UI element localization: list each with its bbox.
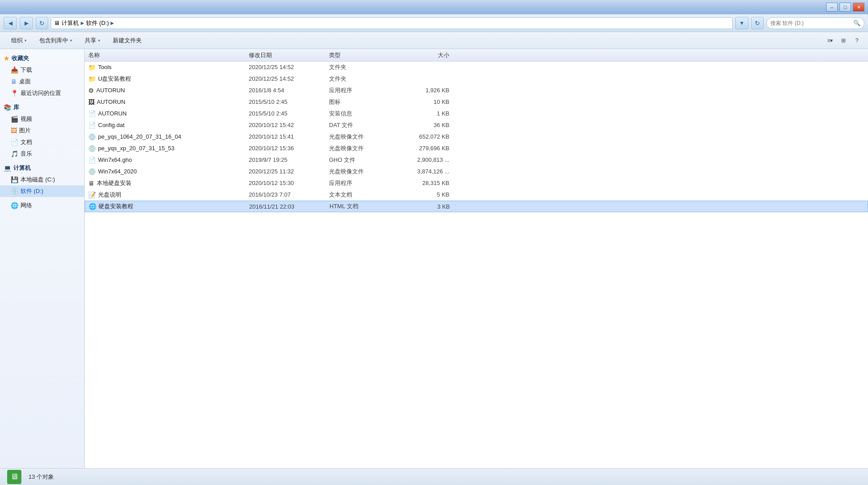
file-name-text: Config.dat <box>98 122 124 128</box>
search-bar[interactable]: 🔍 <box>766 17 864 29</box>
file-name-text: Tools <box>98 64 111 70</box>
file-name: 🌐 硬盘安装教程 <box>89 202 249 210</box>
computer-header[interactable]: 💻 计算机 <box>0 162 84 174</box>
table-row[interactable]: 📁 Tools 2020/12/25 14:52 文件夹 <box>85 62 868 73</box>
file-date: 2020/10/12 15:30 <box>249 180 329 186</box>
file-type: 安装信息 <box>329 110 396 118</box>
col-header-type[interactable]: 类型 <box>329 51 396 59</box>
view-icon-button[interactable]: ⊞ <box>838 35 849 46</box>
music-icon: 🎵 <box>11 150 18 157</box>
sidebar-item-desktop[interactable]: 🖥 桌面 <box>0 76 84 87</box>
col-header-date[interactable]: 修改日期 <box>249 51 329 59</box>
file-type-icon: 🌐 <box>89 203 96 210</box>
file-type-icon: 📄 <box>88 156 96 164</box>
file-type: 光盘映像文件 <box>329 168 396 176</box>
table-row[interactable]: 📄 Config.dat 2020/10/12 15:42 DAT 文件 36 … <box>85 119 868 131</box>
picture-icon: 🖼 <box>11 127 17 134</box>
library-header[interactable]: 📚 库 <box>0 102 84 113</box>
table-row[interactable]: 📄 Win7x64.gho 2019/9/7 19:25 GHO 文件 2,90… <box>85 154 868 166</box>
archive-button[interactable]: 包含到库中 ▾ <box>33 34 78 47</box>
file-size: 279,696 KB <box>396 145 449 152</box>
library-icon: 📚 <box>4 104 11 111</box>
file-date: 2020/12/25 14:52 <box>249 75 329 82</box>
picture-label: 图片 <box>19 127 31 135</box>
address-bar: ◀ ▶ ↻ 🖥 计算机 ▶ 软件 (D:) ▶ ▼ ↻ 🔍 <box>0 14 868 32</box>
breadcrumb-drive[interactable]: 软件 (D:) <box>86 19 109 27</box>
table-row[interactable]: 💿 Win7x64_2020 2020/12/25 11:32 光盘映像文件 3… <box>85 166 868 177</box>
table-row[interactable]: ⚙ AUTORUN 2016/1/8 4:54 应用程序 1,926 KB <box>85 85 868 96</box>
file-list[interactable]: 📁 Tools 2020/12/25 14:52 文件夹 📁 U盘安装教程 20… <box>85 62 868 468</box>
forward-button[interactable]: ▶ <box>20 17 33 29</box>
col-header-size[interactable]: 大小 <box>396 51 449 59</box>
file-type: 文本文档 <box>329 191 396 199</box>
sidebar-item-music[interactable]: 🎵 音乐 <box>0 148 84 160</box>
status-bar: 🖥 13 个对象 <box>0 468 868 485</box>
table-row[interactable]: 🌐 硬盘安装教程 2016/11/21 22:03 HTML 文档 3 KB <box>85 201 868 212</box>
file-date: 2015/5/10 2:45 <box>249 110 329 117</box>
file-type-icon: 📄 <box>88 110 96 117</box>
file-type: 应用程序 <box>329 179 396 187</box>
search-input[interactable] <box>770 20 852 26</box>
table-row[interactable]: 📄 AUTORUN 2015/5/10 2:45 安装信息 1 KB <box>85 108 868 119</box>
view-list-button[interactable]: ≡▾ <box>824 35 836 46</box>
breadcrumb-arrow-1: ▶ <box>81 21 84 25</box>
archive-arrow: ▾ <box>70 38 72 43</box>
share-label: 共享 <box>85 37 96 45</box>
organize-button[interactable]: 组织 ▾ <box>5 34 33 47</box>
file-type: 光盘映像文件 <box>329 133 396 141</box>
sidebar-item-drive-c[interactable]: 💾 本地磁盘 (C:) <box>0 174 84 185</box>
sidebar-item-download[interactable]: 📥 下载 <box>0 64 84 76</box>
status-app-icon: 🖥 <box>7 470 21 484</box>
table-row[interactable]: 💿 pe_yqs_xp_20_07_31_15_53 2020/10/12 15… <box>85 143 868 154</box>
new-folder-button[interactable]: 新建文件夹 <box>107 34 148 47</box>
refresh-button[interactable]: ↻ <box>36 17 48 29</box>
file-type-icon: 📁 <box>88 75 96 82</box>
sidebar-item-video[interactable]: 🎬 视频 <box>0 113 84 125</box>
file-type-icon: 📁 <box>88 64 96 71</box>
sidebar-item-picture[interactable]: 🖼 图片 <box>0 125 84 136</box>
file-date: 2020/10/12 15:42 <box>249 122 329 128</box>
table-row[interactable]: 🖥 本地硬盘安装 2020/10/12 15:30 应用程序 28,315 KB <box>85 177 868 189</box>
sidebar-item-network[interactable]: 🌐 网络 <box>0 200 84 211</box>
back-button[interactable]: ◀ <box>4 17 17 29</box>
breadcrumb-computer[interactable]: 计算机 <box>62 19 79 27</box>
table-row[interactable]: 🖼 AUTORUN 2015/5/10 2:45 图标 10 KB <box>85 96 868 108</box>
table-row[interactable]: 📝 光盘说明 2016/10/23 7:07 文本文档 5 KB <box>85 189 868 201</box>
maximize-button[interactable]: □ <box>839 3 851 12</box>
favorites-section: ★ 收藏夹 📥 下载 🖥 桌面 📍 最近访问的位置 <box>0 53 84 99</box>
file-size: 10 KB <box>396 99 449 105</box>
file-name-text: Win7x64.gho <box>98 156 132 163</box>
file-size: 28,315 KB <box>396 180 449 186</box>
file-name: ⚙ AUTORUN <box>88 87 249 94</box>
breadcrumb[interactable]: 🖥 计算机 ▶ 软件 (D:) ▶ <box>51 17 732 29</box>
table-row[interactable]: 📁 U盘安装教程 2020/12/25 14:52 文件夹 <box>85 73 868 85</box>
file-name: 📁 U盘安装教程 <box>88 75 249 83</box>
close-button[interactable]: ✕ <box>853 3 864 12</box>
col-header-name[interactable]: 名称 <box>88 51 249 59</box>
file-name: 📄 Config.dat <box>88 122 249 129</box>
drive-c-icon: 💾 <box>11 176 18 183</box>
sidebar-item-drive-d[interactable]: 💿 软件 (D:) <box>0 185 84 197</box>
minimize-button[interactable]: – <box>826 3 838 12</box>
document-label: 文档 <box>21 138 32 146</box>
file-type: 文件夹 <box>329 75 396 83</box>
refresh-icon[interactable]: ↻ <box>751 17 764 29</box>
network-icon: 🌐 <box>11 202 18 209</box>
video-icon: 🎬 <box>11 115 18 123</box>
search-icon: 🔍 <box>853 20 860 26</box>
file-name-text: AUTORUN <box>96 87 125 94</box>
table-row[interactable]: 💿 pe_yqs_1064_20_07_31_16_04 2020/10/12 … <box>85 131 868 143</box>
file-type-icon: ⚙ <box>88 87 94 94</box>
file-type-icon: 🖼 <box>88 99 95 106</box>
help-button[interactable]: ? <box>851 35 863 46</box>
file-name: 💿 pe_yqs_1064_20_07_31_16_04 <box>88 133 249 140</box>
sidebar-item-recent[interactable]: 📍 最近访问的位置 <box>0 87 84 99</box>
share-arrow: ▾ <box>98 38 100 43</box>
sidebar-item-document[interactable]: 📄 文档 <box>0 136 84 148</box>
download-label: 下载 <box>21 66 32 74</box>
file-name-text: AUTORUN <box>98 110 127 117</box>
video-label: 视频 <box>21 115 32 123</box>
share-button[interactable]: 共享 ▾ <box>79 34 106 47</box>
dropdown-button[interactable]: ▼ <box>735 17 749 29</box>
favorites-header[interactable]: ★ 收藏夹 <box>0 53 84 64</box>
